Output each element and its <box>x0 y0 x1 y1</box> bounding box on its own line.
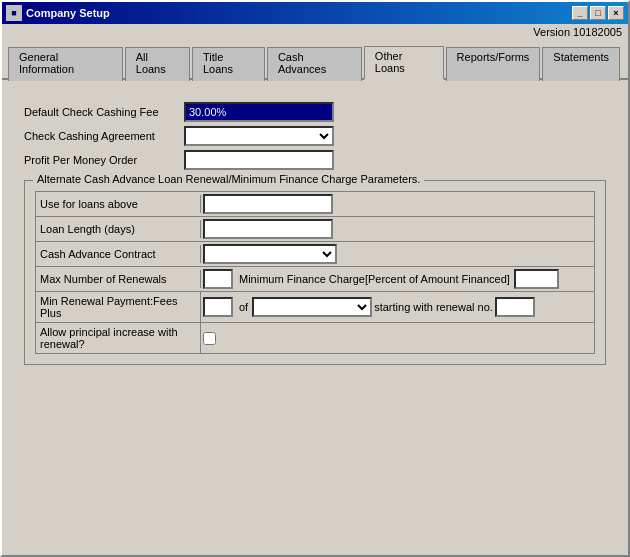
check-cashing-agreement-label: Check Cashing Agreement <box>24 130 184 142</box>
tab-cash-advances[interactable]: Cash Advances <box>267 47 362 81</box>
tab-title-loans[interactable]: Title Loans <box>192 47 265 81</box>
loan-length-input[interactable] <box>203 219 333 239</box>
default-check-cashing-fee-label: Default Check Cashing Fee <box>24 106 184 118</box>
mfc-input[interactable] <box>514 269 559 289</box>
mfc-label: Minimum Finance Charge[Percent of Amount… <box>235 273 514 285</box>
main-form: Default Check Cashing Fee Check Cashing … <box>14 92 616 385</box>
default-check-cashing-fee-input[interactable] <box>184 102 334 122</box>
min-renewal-label: Min Renewal Payment:Fees Plus <box>36 292 201 322</box>
tab-bar: General Information All Loans Title Loan… <box>2 40 628 80</box>
use-for-loans-input[interactable] <box>203 194 333 214</box>
parameters-table: Use for loans above Loan Length (days) C… <box>35 191 595 354</box>
loan-length-row: Loan Length (days) <box>36 217 594 242</box>
use-for-loans-label: Use for loans above <box>36 195 201 213</box>
max-renewals-input[interactable] <box>203 269 233 289</box>
loan-length-label: Loan Length (days) <box>36 220 201 238</box>
minimize-button[interactable]: _ <box>572 6 588 20</box>
tab-other-loans[interactable]: Other Loans <box>364 46 444 80</box>
profit-per-money-order-input[interactable] <box>184 150 334 170</box>
title-bar: ■ Company Setup _ □ × <box>2 2 628 24</box>
starting-input[interactable] <box>495 297 535 317</box>
min-renewal-row: Min Renewal Payment:Fees Plus of startin… <box>36 292 594 323</box>
close-button[interactable]: × <box>608 6 624 20</box>
allow-principal-row: Allow principal increase with renewal? <box>36 323 594 353</box>
check-cashing-agreement-select[interactable] <box>184 126 334 146</box>
profit-per-money-order-label: Profit Per Money Order <box>24 154 184 166</box>
title-bar-buttons: _ □ × <box>572 6 624 20</box>
version-bar: Version 10182005 <box>2 24 628 40</box>
tab-general-information[interactable]: General Information <box>8 47 123 81</box>
max-renewals-row: Max Number of Renewals Minimum Finance C… <box>36 267 594 292</box>
maximize-button[interactable]: □ <box>590 6 606 20</box>
tab-reports-forms[interactable]: Reports/Forms <box>446 47 541 81</box>
of-label: of <box>235 301 252 313</box>
window-title: Company Setup <box>26 7 110 19</box>
tab-statements[interactable]: Statements <box>542 47 620 81</box>
content-area: Default Check Cashing Fee Check Cashing … <box>2 80 628 397</box>
renewal-select[interactable] <box>252 297 372 317</box>
alternate-cash-advance-group: Alternate Cash Advance Loan Renewal/Mini… <box>24 180 606 365</box>
cash-advance-contract-row: Cash Advance Contract <box>36 242 594 267</box>
default-check-cashing-fee-row: Default Check Cashing Fee <box>24 102 606 122</box>
tab-all-loans[interactable]: All Loans <box>125 47 190 81</box>
allow-principal-checkbox[interactable] <box>203 332 216 345</box>
main-window: ■ Company Setup _ □ × Version 10182005 G… <box>0 0 630 557</box>
allow-principal-label: Allow principal increase with renewal? <box>36 323 201 353</box>
version-text: Version 10182005 <box>533 26 622 38</box>
check-cashing-agreement-row: Check Cashing Agreement <box>24 126 606 146</box>
group-box-title: Alternate Cash Advance Loan Renewal/Mini… <box>33 173 424 185</box>
starting-label: starting with renewal no. <box>372 301 495 313</box>
max-renewals-label: Max Number of Renewals <box>36 270 201 288</box>
profit-per-money-order-row: Profit Per Money Order <box>24 150 606 170</box>
cash-advance-contract-label: Cash Advance Contract <box>36 245 201 263</box>
min-renewal-input[interactable] <box>203 297 233 317</box>
window-icon: ■ <box>6 5 22 21</box>
cash-advance-contract-select[interactable] <box>203 244 337 264</box>
use-for-loans-row: Use for loans above <box>36 192 594 217</box>
